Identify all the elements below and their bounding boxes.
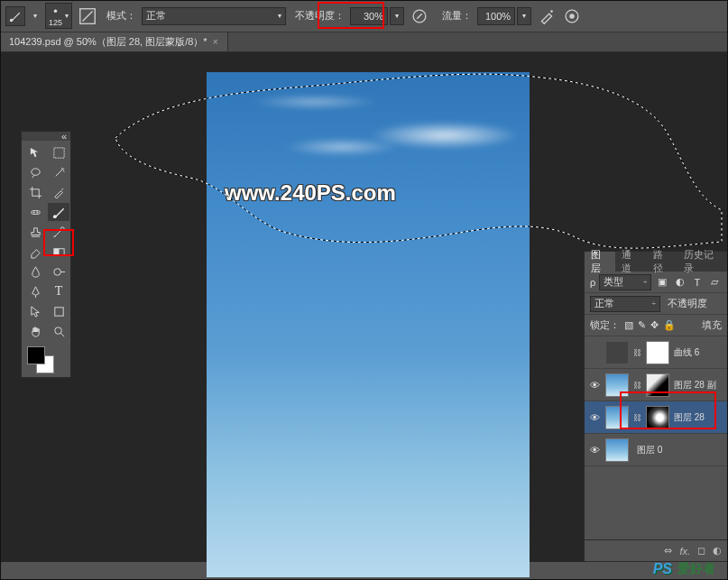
mask-button[interactable]: ◻ [697, 545, 705, 557]
tools-collapse[interactable]: « [22, 132, 70, 141]
tablet-size-icon [562, 6, 582, 26]
flow-control[interactable]: 100% ▾ [477, 7, 531, 25]
layer-filter-row: ρ 类型÷ ▣ ◐ T ▱ [585, 272, 727, 293]
layer-row[interactable]: 👁 图层 0 [585, 434, 727, 466]
fill-label: 填充 [702, 318, 722, 332]
svg-point-0 [10, 18, 14, 22]
brush-dot-icon: • [50, 5, 62, 18]
tab-layers[interactable]: 图层 [585, 252, 615, 272]
watermark-logo: PS [653, 561, 672, 577]
adjustment-button[interactable]: ◐ [713, 545, 722, 557]
tab-history[interactable]: 历史记录 [677, 252, 727, 272]
brush-preset-picker[interactable]: • 125 ▾ [45, 3, 72, 29]
foreground-color-swatch[interactable] [27, 346, 45, 364]
blend-mode-select[interactable]: 正常 ▾ [142, 7, 286, 25]
lock-brush-icon[interactable]: ✎ [638, 319, 646, 331]
brush-tool[interactable] [48, 203, 69, 221]
path-select-tool[interactable] [24, 302, 46, 320]
layer-row[interactable]: ⛓ 曲线 6 [585, 336, 727, 369]
marquee-tool[interactable] [48, 143, 69, 161]
layer-list: ⛓ 曲线 6 👁 ⛓ 图层 28 副 👁 ⛓ 图层 28 👁 图层 0 [585, 336, 727, 539]
stamp-tool[interactable] [24, 223, 46, 241]
filter-image-icon[interactable]: ▣ [655, 275, 668, 290]
gradient-tool[interactable] [48, 243, 69, 261]
lock-position-icon[interactable]: ✥ [650, 319, 659, 331]
svg-point-12 [60, 226, 64, 230]
lock-all-icon[interactable]: 🔒 [663, 319, 676, 331]
layer-name[interactable]: 曲线 6 [674, 346, 699, 359]
svg-rect-14 [53, 248, 59, 255]
brush-panel-icon [78, 6, 97, 26]
fx-button[interactable]: fx. [679, 546, 690, 557]
brush-panel-button[interactable] [78, 6, 97, 26]
document-tab-bar: 104239.psd @ 50%（图层 28, 图层蒙版/8）* × [0, 32, 728, 52]
eyedropper-tool[interactable] [48, 183, 69, 201]
tab-paths[interactable]: 路径 [647, 252, 677, 272]
svg-rect-16 [54, 307, 62, 315]
opacity-control[interactable]: 30% ▾ [350, 7, 404, 25]
visibility-toggle[interactable]: 👁 [588, 445, 601, 456]
brush-icon [9, 10, 22, 23]
lasso-tool[interactable] [24, 163, 46, 181]
current-tool-indicator[interactable] [5, 6, 25, 26]
layer-thumb [605, 373, 629, 397]
close-icon[interactable]: × [213, 37, 218, 47]
layer-name[interactable]: 图层 0 [637, 444, 662, 456]
tool-chevron[interactable]: ▾ [31, 6, 40, 26]
zoom-tool[interactable] [48, 322, 69, 340]
layers-panel: 图层 通道 路径 历史记录 ρ 类型÷ ▣ ◐ T ▱ 正常÷ 不透明度 锁定：… [584, 251, 728, 562]
page-watermark: PS 爱好者 [653, 561, 715, 577]
dodge-tool[interactable] [48, 262, 69, 281]
color-swatches[interactable] [22, 343, 70, 377]
layer-blend-select[interactable]: 正常÷ [590, 296, 660, 312]
svg-point-17 [54, 327, 61, 334]
crop-tool[interactable] [24, 183, 46, 201]
link-icon: ⛓ [633, 413, 641, 422]
magic-wand-tool[interactable] [48, 163, 69, 181]
link-icon: ⛓ [633, 348, 641, 357]
document-canvas[interactable]: www.240PS.com [207, 72, 530, 577]
document-tab[interactable]: 104239.psd @ 50%（图层 28, 图层蒙版/8）* × [0, 32, 228, 51]
filter-shape-icon[interactable]: ▱ [708, 275, 722, 290]
visibility-toggle[interactable]: 👁 [588, 380, 601, 391]
opacity-dropdown[interactable]: ▾ [390, 7, 404, 25]
airbrush-button[interactable] [537, 6, 557, 26]
layer-name[interactable]: 图层 28 [674, 411, 705, 424]
svg-point-10 [36, 211, 38, 213]
flow-value[interactable]: 100% [477, 7, 515, 25]
shape-tool[interactable] [48, 302, 69, 320]
healing-tool[interactable] [24, 203, 46, 221]
lock-transparency-icon[interactable]: ▧ [624, 319, 633, 331]
svg-point-7 [31, 168, 39, 175]
blend-mode-value: 正常 [146, 9, 166, 23]
history-brush-tool[interactable] [48, 223, 69, 241]
brush-size-value: 125 [49, 18, 62, 27]
eraser-tool[interactable] [24, 243, 46, 261]
layer-thumb [605, 438, 629, 462]
layer-opacity-label: 不透明度 [668, 297, 707, 310]
tablet-icon [410, 6, 429, 26]
mask-thumb [646, 406, 669, 429]
type-tool[interactable]: T [48, 282, 69, 300]
filter-kind-label: ρ [590, 277, 595, 288]
layer-row[interactable]: 👁 ⛓ 图层 28 [585, 401, 727, 434]
move-tool[interactable] [24, 143, 46, 161]
pen-tool[interactable] [24, 282, 46, 300]
cloud-graphic [315, 108, 530, 162]
layer-name[interactable]: 图层 28 副 [674, 379, 716, 391]
pressure-opacity-button[interactable] [410, 6, 429, 26]
tab-channels[interactable]: 通道 [615, 252, 646, 272]
visibility-toggle[interactable]: 👁 [588, 412, 601, 423]
filter-adjust-icon[interactable]: ◐ [673, 275, 687, 290]
airbrush-icon [537, 6, 557, 26]
flow-dropdown[interactable]: ▾ [517, 7, 531, 25]
layer-row[interactable]: 👁 ⛓ 图层 28 副 [585, 369, 727, 401]
opacity-value[interactable]: 30% [350, 7, 388, 25]
pressure-size-button[interactable] [562, 6, 582, 26]
filter-kind-select[interactable]: 类型÷ [599, 274, 651, 290]
link-layers-button[interactable]: ⇔ [664, 545, 672, 557]
hand-tool[interactable] [24, 322, 46, 340]
blur-tool[interactable] [24, 262, 46, 281]
filter-type-icon[interactable]: T [690, 275, 704, 290]
layer-bottom-bar: ⇔ fx. ◻ ◐ [585, 539, 727, 561]
